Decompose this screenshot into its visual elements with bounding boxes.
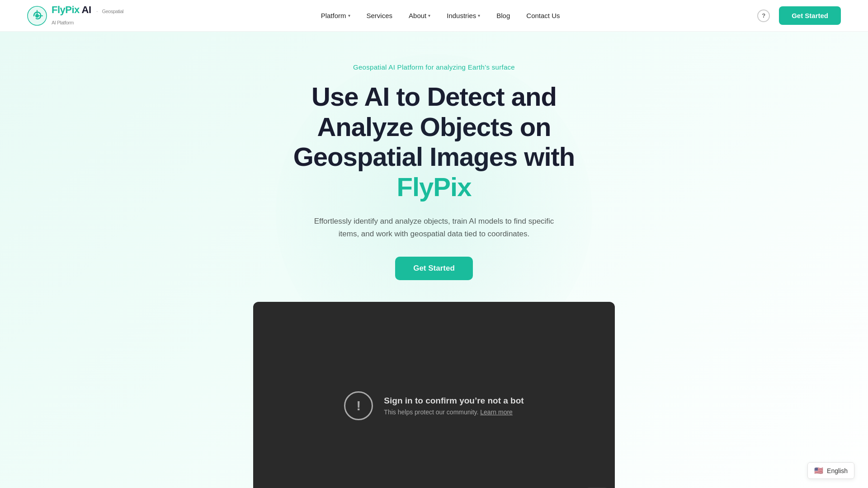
nav-platform[interactable]: Platform ▾ bbox=[321, 12, 350, 19]
svg-point-1 bbox=[35, 14, 39, 18]
hero-title: Use AI to Detect and Analyze Objects on … bbox=[262, 82, 606, 202]
video-signin-desc: This helps protect our community. Learn … bbox=[384, 408, 524, 416]
logo-brand: FlyPix AI · GeospatialAI Platform bbox=[52, 5, 123, 26]
help-icon[interactable]: ? bbox=[757, 9, 770, 22]
nav-about[interactable]: About ▾ bbox=[409, 12, 430, 19]
video-signin-title: Sign in to confirm you’re not a bot bbox=[384, 396, 524, 406]
logo-text: FlyPix AI · GeospatialAI Platform bbox=[52, 5, 123, 26]
hero-subtitle: Geospatial AI Platform for analyzing Ear… bbox=[27, 63, 841, 71]
logo-brand-color: FlyPix bbox=[52, 4, 80, 15]
industries-chevron-icon: ▾ bbox=[478, 13, 480, 18]
hero-title-part1: Use AI to Detect and Analyze Objects on … bbox=[293, 82, 575, 171]
video-text-block: Sign in to confirm you’re not a bot This… bbox=[384, 396, 524, 416]
nav-blog[interactable]: Blog bbox=[496, 12, 510, 19]
hero-section: Geospatial AI Platform for analyzing Ear… bbox=[0, 32, 868, 488]
language-label: English bbox=[827, 467, 848, 474]
logo-separator: · bbox=[96, 9, 98, 14]
platform-chevron-icon: ▾ bbox=[348, 13, 350, 18]
video-signin-box: ! Sign in to confirm you’re not a bot Th… bbox=[344, 391, 524, 420]
logo-icon bbox=[27, 6, 47, 26]
hero-title-brand: FlyPix bbox=[397, 172, 472, 202]
about-chevron-icon: ▾ bbox=[428, 13, 430, 18]
learn-more-link[interactable]: Learn more bbox=[480, 408, 513, 416]
flag-icon: 🇺🇸 bbox=[814, 466, 823, 475]
nav-services[interactable]: Services bbox=[367, 12, 393, 19]
nav-contact[interactable]: Contact Us bbox=[526, 12, 560, 19]
language-selector[interactable]: 🇺🇸 English bbox=[807, 462, 854, 479]
get-started-hero-button[interactable]: Get Started bbox=[395, 257, 473, 280]
video-container: ! Sign in to confirm you’re not a bot Th… bbox=[253, 302, 615, 488]
exclamation-icon: ! bbox=[356, 398, 361, 413]
logo[interactable]: FlyPix AI · GeospatialAI Platform bbox=[27, 5, 123, 26]
video-warning-icon: ! bbox=[344, 391, 373, 420]
hero-description: Effortlessly identify and analyze object… bbox=[303, 215, 565, 240]
nav-links: Platform ▾ Services About ▾ Industries ▾… bbox=[321, 12, 560, 19]
nav-industries[interactable]: Industries ▾ bbox=[447, 12, 480, 19]
navbar: FlyPix AI · GeospatialAI Platform Platfo… bbox=[0, 0, 868, 32]
video-signin-content: ! Sign in to confirm you’re not a bot Th… bbox=[344, 391, 524, 420]
nav-right: ? Get Started bbox=[757, 6, 841, 25]
get-started-nav-button[interactable]: Get Started bbox=[779, 6, 841, 25]
